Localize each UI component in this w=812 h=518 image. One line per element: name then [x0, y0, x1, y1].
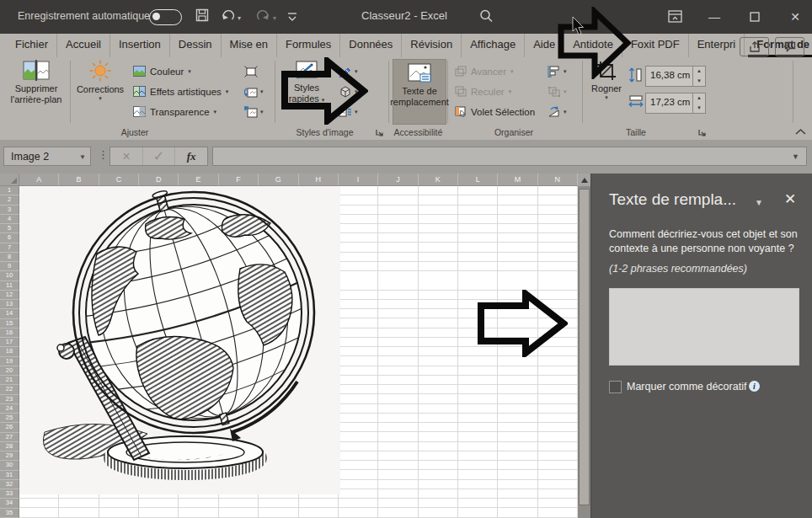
column-header-F[interactable]: F: [219, 174, 259, 185]
column-header-E[interactable]: E: [179, 174, 218, 185]
row-header-22[interactable]: 22: [0, 385, 19, 394]
row-header-20[interactable]: 20: [0, 366, 19, 376]
redo-dropdown[interactable]: ▾: [273, 14, 276, 22]
tab-r-vision[interactable]: Révision: [402, 34, 462, 57]
row-header-33[interactable]: 33: [0, 489, 19, 499]
width-spinbox[interactable]: 17,23 cm ▲▼: [645, 93, 706, 114]
tab-affichage[interactable]: Affichage: [462, 34, 525, 57]
tab-enterpri[interactable]: Enterpri: [689, 34, 745, 57]
pane-close-icon[interactable]: ✕: [784, 190, 796, 208]
select-all-corner[interactable]: [0, 174, 19, 186]
globe-image[interactable]: [19, 186, 340, 494]
height-value[interactable]: 16,38 cm: [646, 67, 692, 86]
transparence-menu[interactable]: Transparence▾: [133, 103, 216, 120]
row-header-11[interactable]: 11: [0, 281, 19, 291]
picture-border-button[interactable]: ▾: [339, 62, 364, 80]
reculer-menu[interactable]: Reculer▾: [455, 83, 511, 100]
tab-insertion[interactable]: Insertion: [110, 34, 170, 57]
column-header-B[interactable]: B: [59, 174, 99, 185]
collapse-ribbon-chevron[interactable]: [795, 128, 806, 136]
redo-icon[interactable]: [256, 8, 270, 23]
insert-function-button[interactable]: fx: [175, 147, 207, 165]
decorative-checkbox[interactable]: [609, 381, 622, 393]
row-header-32[interactable]: 32: [0, 480, 19, 489]
row-header-14[interactable]: 14: [0, 309, 19, 318]
autosave-toggle[interactable]: [149, 9, 182, 25]
pane-options-chevron[interactable]: ▼: [755, 198, 763, 207]
picture-layout-button[interactable]: ▾: [339, 103, 364, 120]
taille-dialog-launcher[interactable]: [697, 128, 707, 137]
alt-text-button[interactable]: Texte deremplacement: [393, 59, 446, 125]
vertical-scrollbar[interactable]: [578, 174, 590, 518]
quick-access-toolbar-icon[interactable]: [286, 12, 298, 22]
picture-effects-button[interactable]: ▾: [339, 83, 364, 100]
column-header-J[interactable]: J: [378, 174, 418, 185]
column-header-D[interactable]: D: [139, 174, 179, 185]
row-header-23[interactable]: 23: [0, 395, 19, 404]
formula-bar-expand-chevron[interactable]: ▼: [792, 152, 799, 161]
rotate-objects-button[interactable]: ▾: [548, 103, 573, 120]
width-down[interactable]: ▼: [693, 104, 705, 114]
row-header-19[interactable]: 19: [0, 357, 19, 366]
effets-artistiques-menu[interactable]: Effets artistiques▾: [133, 83, 228, 100]
styles-dialog-launcher[interactable]: [375, 128, 384, 137]
tab-foxit-pdf[interactable]: Foxit PDF: [622, 34, 689, 57]
height-spinner[interactable]: ▲▼: [692, 67, 705, 86]
rogner-button[interactable]: Rogner ▾: [586, 61, 627, 101]
scrollbar-thumb[interactable]: [579, 189, 590, 505]
row-header-10[interactable]: 10: [0, 271, 19, 280]
column-header-N[interactable]: N: [538, 174, 578, 185]
column-header-C[interactable]: C: [99, 174, 139, 185]
column-header-A[interactable]: A: [19, 174, 59, 185]
row-header-7[interactable]: 7: [0, 243, 19, 253]
row-header-28[interactable]: 28: [0, 442, 19, 451]
row-header-34[interactable]: 34: [0, 499, 19, 508]
tab-formules[interactable]: Formules: [277, 34, 340, 57]
undo-dropdown[interactable]: ▾: [238, 14, 241, 22]
comments-button[interactable]: [775, 37, 804, 56]
row-header-17[interactable]: 17: [0, 338, 19, 347]
search-icon[interactable]: [478, 8, 494, 24]
maximize-button[interactable]: [738, 0, 772, 34]
row-header-25[interactable]: 25: [0, 414, 19, 423]
column-header-I[interactable]: I: [339, 174, 378, 185]
width-spinner[interactable]: ▲▼: [692, 93, 705, 113]
height-spinbox[interactable]: 16,38 cm ▲▼: [645, 66, 706, 87]
row-header-26[interactable]: 26: [0, 423, 19, 432]
column-header-M[interactable]: M: [498, 174, 537, 185]
alt-text-textarea[interactable]: [609, 288, 799, 366]
compress-picture-button[interactable]: [244, 62, 270, 80]
change-picture-button[interactable]: ▾: [244, 83, 270, 100]
tab-mise-en[interactable]: Mise en: [222, 34, 278, 57]
close-button[interactable]: ✕: [778, 0, 812, 34]
group-objects-button[interactable]: ▾: [548, 83, 573, 100]
reset-picture-button[interactable]: ▾: [244, 103, 270, 120]
row-header-18[interactable]: 18: [0, 347, 19, 356]
height-up[interactable]: ▲: [693, 67, 705, 77]
couleur-menu[interactable]: Couleur▾: [133, 62, 191, 80]
ribbon-display-options-icon[interactable]: [668, 10, 682, 23]
row-header-3[interactable]: 3: [0, 206, 19, 215]
row-header-27[interactable]: 27: [0, 433, 19, 442]
row-header-1[interactable]: 1: [0, 186, 19, 195]
row-header-24[interactable]: 24: [0, 404, 19, 414]
quick-styles-button[interactable]: Stylesrapides ▾: [282, 60, 331, 104]
avancer-menu[interactable]: Avancer▾: [455, 62, 514, 80]
row-header-30[interactable]: 30: [0, 461, 19, 470]
height-down[interactable]: ▼: [693, 77, 705, 87]
undo-icon[interactable]: [221, 8, 235, 23]
row-header-4[interactable]: 4: [0, 215, 19, 224]
row-header-29[interactable]: 29: [0, 451, 19, 461]
row-header-8[interactable]: 8: [0, 253, 19, 262]
column-header-L[interactable]: L: [458, 174, 498, 185]
row-header-15[interactable]: 15: [0, 319, 19, 328]
width-value[interactable]: 17,23 cm: [646, 93, 692, 113]
info-icon[interactable]: i: [749, 381, 760, 392]
column-header-H[interactable]: H: [299, 174, 339, 185]
row-header-12[interactable]: 12: [0, 291, 19, 300]
tab-aide[interactable]: Aide: [525, 34, 564, 57]
tab-fichier[interactable]: Fichier: [7, 34, 57, 57]
scroll-up-button[interactable]: [578, 174, 590, 186]
enter-button[interactable]: ✓: [143, 147, 176, 165]
row-header-35[interactable]: 35: [0, 509, 19, 518]
